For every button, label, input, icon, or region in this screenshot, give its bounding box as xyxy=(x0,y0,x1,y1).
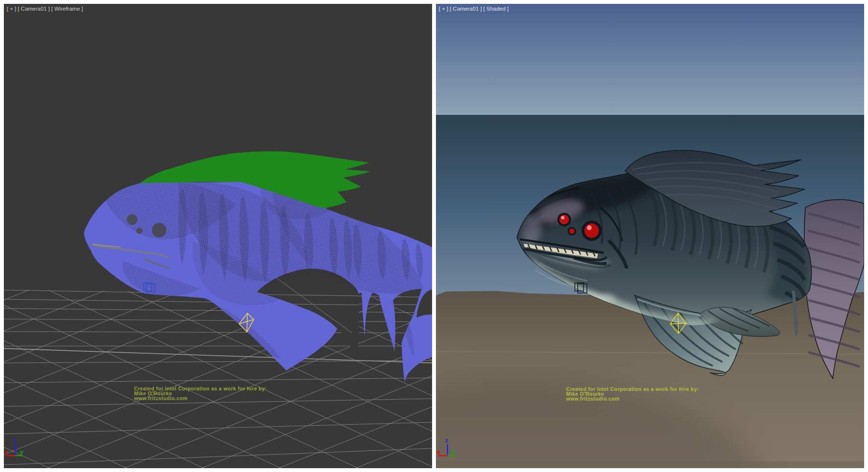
svg-text:[ + ] [ Camera01 ] [ Wireframe: [ + ] [ Camera01 ] [ Wireframe ] xyxy=(7,6,83,12)
svg-text:www.fritzstudio.com: www.fritzstudio.com xyxy=(134,395,188,401)
svg-text:z: z xyxy=(445,437,448,444)
svg-text:www.fritzstudio.com: www.fritzstudio.com xyxy=(566,396,620,402)
svg-text:y: y xyxy=(452,448,456,456)
svg-text:y: y xyxy=(20,448,24,456)
svg-text:x: x xyxy=(5,448,9,456)
svg-text:x: x xyxy=(437,448,441,456)
svg-text:[ + ] [ Camera01 ] [ Shaded ]: [ + ] [ Camera01 ] [ Shaded ] xyxy=(439,6,509,12)
svg-text:z: z xyxy=(13,437,16,444)
